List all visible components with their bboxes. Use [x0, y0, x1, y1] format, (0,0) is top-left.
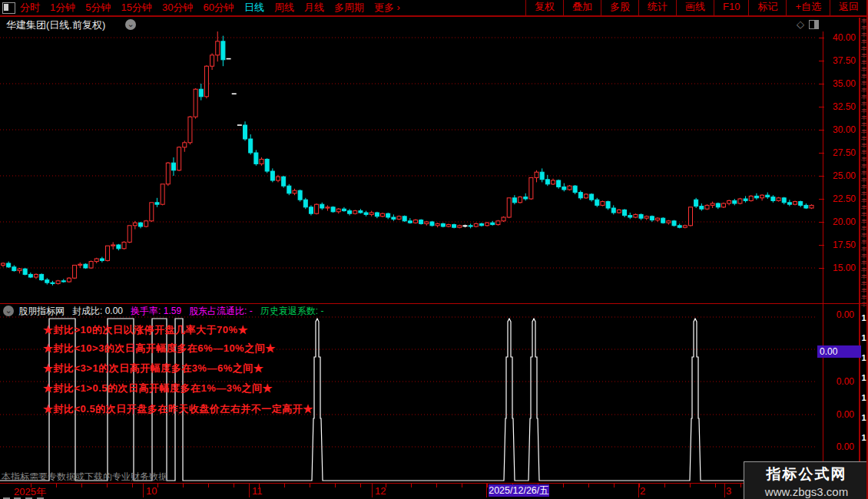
sliver-digit: 1 [861, 348, 866, 368]
price-tick-label: 25.00 [819, 170, 856, 181]
sliver-glyph: 丰 [861, 259, 866, 266]
price-tick-label: 30.00 [819, 124, 856, 135]
date-minor-tick [411, 484, 412, 487]
period-item-0[interactable]: 分时 [20, 1, 40, 15]
data-disclaimer: 本指标需要专数据或下载的专业财务数据 [2, 471, 167, 484]
period-item-6[interactable]: 日线 [244, 1, 264, 15]
date-axis[interactable]: 2025年101112232025/12/26/五 [0, 483, 868, 498]
month-separator [249, 484, 250, 497]
tool-item-4[interactable]: 画线 [676, 0, 714, 16]
month-separator [372, 484, 373, 497]
tool-item-3[interactable]: 统计 [638, 0, 676, 16]
tool-item-2[interactable]: 多股 [601, 0, 638, 16]
shuaitui-coef: 历史衰退系数: - [260, 305, 324, 318]
annotation-line-3: ★封比<3>1的次日高开幅度多在3%—6%之间★ [43, 362, 263, 375]
period-item-7[interactable]: 周线 [274, 1, 294, 15]
sliver-glyph: 丰 [861, 177, 866, 183]
sliver-glyph: 丰 [861, 273, 866, 280]
sliver-digit: 1 [861, 328, 866, 348]
tool-item-8[interactable]: 返回 [830, 0, 868, 16]
sliver-digit: 1 [861, 408, 866, 428]
tool-item-6[interactable]: 标记 [748, 0, 786, 16]
period-item-2[interactable]: 5分钟 [85, 1, 111, 15]
tool-item-7[interactable]: +自选 [786, 0, 830, 16]
month-label: 2 [640, 485, 645, 497]
diamond-icon[interactable]: ◇ [797, 18, 804, 30]
indicator-current-value: 0.00 [817, 345, 861, 358]
huanshoulv: 换手率: 1.59 [131, 305, 181, 318]
collapse-chevron-icon[interactable]: ⌄ [3, 306, 14, 316]
date-minor-tick [335, 484, 336, 487]
price-tick-label: 32.50 [819, 101, 856, 112]
date-minor-tick [436, 484, 437, 487]
price-tick-label: 35.00 [819, 78, 856, 89]
period-item-1[interactable]: 1分钟 [50, 1, 75, 15]
sliver-glyph: 丰 [861, 287, 866, 294]
pane-toggle-icon[interactable] [809, 20, 819, 29]
stock-title: 华建集团(日线.前复权) [6, 18, 105, 32]
date-minor-tick [56, 484, 57, 487]
chevron-down-icon[interactable]: ⌄ [125, 19, 136, 30]
date-minor-tick [715, 484, 716, 487]
month-separator [638, 484, 639, 497]
indicator-axis-label: 0.00 [819, 409, 854, 420]
tool-item-1[interactable]: 叠加 [563, 0, 601, 16]
fengchengbi: 封成比: 0.00 [72, 305, 123, 318]
sliver-glyph: 丰 [861, 253, 866, 259]
sliver-glyph: 丰 [861, 232, 866, 239]
sliver-glyph: 丰 [861, 190, 866, 197]
period-item-9[interactable]: 多周期 [334, 1, 364, 15]
sliver-glyph: 丰 [861, 52, 866, 59]
sliver-glyph: 丰 [861, 18, 866, 25]
period-item-10[interactable]: 更多 › [374, 1, 400, 15]
period-item-8[interactable]: 月线 [304, 1, 324, 15]
period-item-4[interactable]: 30分钟 [162, 1, 193, 15]
sliver-glyph: 丰 [861, 80, 866, 87]
sliver-glyph: 丰 [861, 197, 866, 204]
sliver-glyph: 丰 [861, 25, 866, 31]
price-tick-label: 27.50 [819, 147, 856, 158]
date-minor-tick [107, 484, 108, 487]
sliver-glyph: 丰 [861, 66, 866, 73]
indicator-axis-label: 0.00 [819, 309, 854, 320]
sliver-glyph: 丰 [861, 107, 866, 114]
sliver-glyph: 丰 [861, 204, 866, 211]
date-minor-tick [284, 484, 285, 487]
candlestick-chart[interactable] [0, 31, 817, 303]
tool-item-5[interactable]: F10 [714, 0, 748, 16]
sliver-glyph: 丰 [861, 156, 866, 163]
sliver-glyph: 丰 [861, 149, 866, 156]
sliver-glyph: 丰 [861, 294, 866, 301]
price-tick-label: 15.00 [819, 263, 856, 273]
period-item-3[interactable]: 15分钟 [121, 1, 151, 15]
price-tick-label: 20.00 [819, 216, 856, 227]
month-label: 3 [726, 485, 731, 497]
sliver-glyph: 丰 [861, 101, 866, 107]
period-item-5[interactable]: 60分钟 [203, 1, 234, 15]
tool-item-0[interactable]: 复权 [525, 0, 563, 16]
gudong-ratio: 股东占流通比: - [189, 305, 253, 318]
title-row: 华建集团(日线.前复权) ⌄ ◇ [0, 18, 868, 31]
annotation-line-1: ★封比>10的次日以涨停开盘几率大于70%★ [43, 323, 248, 337]
date-minor-tick [310, 484, 310, 487]
annotation-line-4: ★封比<1>0.5的次日高开幅度多在1%—3%之间★ [43, 382, 273, 395]
sliver-glyph: 丰 [861, 211, 866, 218]
month-separator [486, 484, 487, 497]
indicator-source: 股朋指标网 [18, 305, 65, 318]
month-label: 11 [252, 485, 263, 497]
sliver-digit: 1 [861, 308, 866, 328]
price-tick-label: 17.50 [819, 240, 856, 250]
indicator-axis-label: 0.00 [819, 441, 854, 452]
date-minor-tick [208, 484, 209, 487]
window-right-border [859, 18, 860, 499]
price-tick-label: 22.50 [819, 193, 856, 204]
window-split-icon[interactable] [2, 2, 15, 14]
watermark-url: www.zbgs3.com [744, 485, 868, 498]
sliver-glyph: 丰 [861, 73, 866, 80]
sliver-glyph: 丰 [861, 266, 866, 273]
sliver-digit: 1 [861, 368, 866, 388]
price-tick-label: 37.50 [819, 55, 856, 66]
sliver-glyph: 丰 [861, 38, 866, 45]
sliver-glyph: 丰 [861, 128, 866, 135]
month-label: 10 [146, 485, 157, 497]
